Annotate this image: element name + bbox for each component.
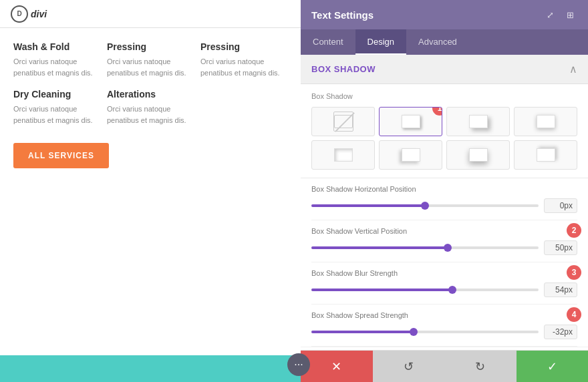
slider-spread: Box Shadow Spread Strength -32px 4	[311, 305, 577, 347]
shadow-style-2[interactable]	[446, 107, 510, 136]
badge-2: 2	[567, 223, 581, 238]
service-title-5: Alterations	[107, 89, 194, 100]
slider-blur-track[interactable]	[311, 289, 539, 291]
slider-vertical-value[interactable]: 50px	[544, 240, 577, 255]
slider-horizontal: Box Shadow Horizontal Position 0px	[311, 178, 577, 220]
slider-blur-value[interactable]: 54px	[544, 282, 577, 297]
service-item-5: Alterations Orci varius natoque penatibu…	[107, 89, 194, 126]
tab-advanced[interactable]: Advanced	[406, 29, 469, 55]
box-shadow-section-title: Box Shadow	[311, 64, 376, 74]
fab-button[interactable]: ···	[287, 353, 310, 376]
shadow-style-6[interactable]	[446, 140, 510, 170]
modal-footer: ✕ ↺ ↻ ✓	[301, 350, 588, 382]
slider-blur-container: 54px	[311, 282, 577, 297]
service-item-1: Wash & Fold Orci varius natoque penatibu…	[13, 41, 100, 78]
service-title-2: Pressing	[107, 41, 194, 52]
slider-vertical-label: Box Shadow Vertical Position	[311, 227, 577, 235]
slider-vertical: Box Shadow Vertical Position 50px 2	[311, 220, 577, 262]
slider-horizontal-container: 0px	[311, 198, 577, 213]
services-grid: Wash & Fold Orci varius natoque penatibu…	[13, 41, 287, 126]
slider-spread-track[interactable]	[311, 331, 539, 333]
service-desc-3: Orci varius natoque penatibus et magnis …	[200, 56, 287, 78]
modal-header: Text Settings ⤢ ⊞	[301, 0, 588, 29]
service-item-3: Pressing Orci varius natoque penatibus e…	[200, 41, 287, 78]
badge-4: 4	[567, 307, 581, 322]
slider-spread-label: Box Shadow Spread Strength	[311, 311, 577, 319]
reset-icon: ↺	[404, 359, 414, 374]
section-collapse-icon[interactable]: ∧	[569, 63, 577, 75]
modal-close-button[interactable]: ⊞	[563, 7, 577, 22]
footer-save-button[interactable]: ✓	[517, 351, 589, 382]
cancel-icon: ✕	[331, 359, 341, 374]
service-desc-4: Orci varius natoque penatibus et magnis …	[13, 104, 100, 126]
divi-header: D divi	[0, 0, 301, 28]
service-title-4: Dry Cleaning	[13, 89, 100, 100]
site-panel: D divi Wash & Fold Orci varius natoque p…	[0, 0, 301, 382]
shadow-style-5[interactable]	[379, 140, 442, 170]
footer-cancel-button[interactable]: ✕	[301, 351, 373, 382]
divi-logo-text: divi	[31, 9, 47, 19]
box-shadow-section-header: Box Shadow ∧	[301, 55, 588, 84]
services-content: Wash & Fold Orci varius natoque penatibu…	[0, 28, 301, 182]
slider-horizontal-label: Box Shadow Horizontal Position	[311, 185, 577, 193]
modal-content: Box Shadow ∧ Box Shadow 1	[301, 55, 588, 350]
teal-bar	[0, 355, 301, 382]
slider-section: Box Shadow Horizontal Position 0px Box S…	[301, 178, 588, 347]
shadow-options: Box Shadow 1	[301, 84, 588, 178]
slider-horizontal-value[interactable]: 0px	[544, 198, 577, 213]
service-desc-2: Orci varius natoque penatibus et magnis …	[107, 56, 194, 78]
service-desc-1: Orci varius natoque penatibus et magnis …	[13, 56, 100, 78]
badge-1: 1	[432, 107, 442, 116]
badge-3: 3	[567, 265, 581, 280]
service-item-4: Dry Cleaning Orci varius natoque penatib…	[13, 89, 100, 126]
divi-logo-icon: D	[11, 5, 28, 23]
shadow-style-none[interactable]	[311, 107, 375, 136]
modal-title: Text Settings	[311, 9, 374, 21]
shadow-style-1[interactable]: 1	[379, 107, 442, 136]
service-title-3: Pressing	[200, 41, 287, 52]
shadow-style-4[interactable]	[311, 140, 375, 170]
service-item-2: Pressing Orci varius natoque penatibus e…	[107, 41, 194, 78]
slider-blur: Box Shadow Blur Strength 54px 3	[311, 262, 577, 305]
slider-spread-container: -32px	[311, 325, 577, 339]
footer-redo-button[interactable]: ↻	[444, 351, 517, 382]
slider-vertical-track[interactable]	[311, 246, 539, 249]
save-icon: ✓	[547, 359, 557, 374]
slider-blur-label: Box Shadow Blur Strength	[311, 269, 577, 277]
modal-resize-button[interactable]: ⤢	[543, 7, 557, 22]
divi-logo: D divi	[11, 5, 47, 23]
tab-content[interactable]: Content	[301, 29, 355, 55]
service-title-1: Wash & Fold	[13, 41, 100, 52]
modal-tabs: Content Design Advanced	[301, 29, 588, 55]
slider-horizontal-track[interactable]	[311, 204, 539, 207]
shadow-style-7[interactable]	[514, 140, 577, 170]
service-desc-5: Orci varius natoque penatibus et magnis …	[107, 104, 194, 126]
slider-vertical-container: 50px	[311, 240, 577, 255]
tab-design[interactable]: Design	[355, 29, 406, 55]
all-services-button[interactable]: ALL SERVICES	[13, 143, 109, 168]
modal-header-icons: ⤢ ⊞	[543, 7, 577, 22]
redo-icon: ↻	[475, 359, 485, 374]
footer-reset-button[interactable]: ↺	[373, 351, 445, 382]
shadow-options-label: Box Shadow	[311, 92, 577, 100]
shadow-style-grid: 1	[311, 107, 577, 170]
settings-panel: Text Settings ⤢ ⊞ Content Design Advance…	[301, 0, 588, 382]
fab-icon: ···	[294, 359, 303, 370]
shadow-style-3[interactable]	[514, 107, 577, 136]
slider-spread-value[interactable]: -32px	[544, 325, 577, 339]
